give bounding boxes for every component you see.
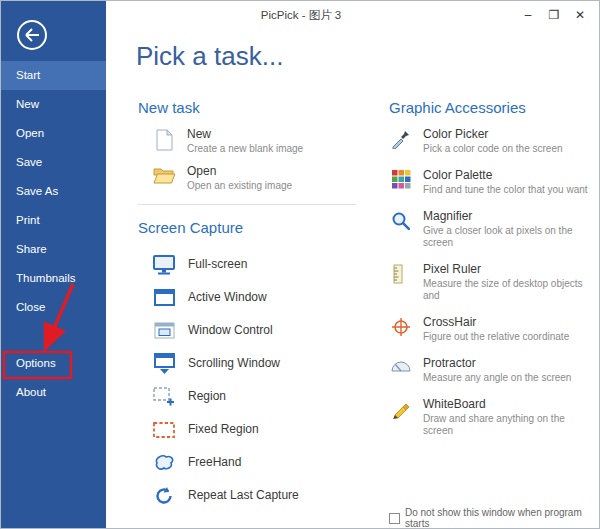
capture-fixed-region[interactable]: Fixed Region xyxy=(152,413,368,446)
monitor-icon xyxy=(152,255,176,275)
accessory-desc: Figure out the relative coordinate xyxy=(423,331,569,343)
sidebar-item-save-as[interactable]: Save As xyxy=(1,177,106,206)
maximize-button[interactable]: ❐ xyxy=(541,5,567,25)
capture-active-window[interactable]: Active Window xyxy=(152,281,368,314)
startup-checkbox-label: Do not show this window when program sta… xyxy=(405,507,599,529)
protractor-icon xyxy=(389,357,413,384)
open-folder-icon xyxy=(152,165,176,184)
sidebar-item-options[interactable]: Options xyxy=(1,349,106,378)
picpick-window: Start New Open Save Save As Print Share … xyxy=(0,0,600,529)
section-divider xyxy=(138,204,356,205)
capture-window-control[interactable]: Window Control xyxy=(152,314,368,347)
startup-checkbox-row[interactable]: Do not show this window when program sta… xyxy=(389,507,599,529)
sidebar-item-thumbnails[interactable]: Thumbnails xyxy=(1,264,106,293)
window-controls: – ❐ ✕ xyxy=(515,5,593,25)
sidebar-menu: Start New Open Save Save As Print Share … xyxy=(1,61,106,407)
accessory-crosshair[interactable]: CrossHair Figure out the relative coordi… xyxy=(389,316,597,343)
eyedropper-icon xyxy=(389,128,413,155)
capture-freehand[interactable]: FreeHand xyxy=(152,446,368,479)
back-button[interactable] xyxy=(15,18,49,52)
capture-label: Active Window xyxy=(188,291,267,304)
window-title: PicPick - 图片 3 xyxy=(261,8,342,23)
lasso-icon xyxy=(152,454,176,472)
accessory-color-picker[interactable]: Color Picker Pick a color code on the sc… xyxy=(389,128,597,155)
task-open[interactable]: Open Open an existing image xyxy=(152,165,368,192)
repeat-arrow-icon xyxy=(152,486,176,506)
accessory-title: WhiteBoard xyxy=(423,398,597,411)
window-control-icon xyxy=(152,322,176,339)
accessory-color-palette[interactable]: Color Palette Find and tune the color th… xyxy=(389,169,597,196)
capture-label: Full-screen xyxy=(188,258,247,271)
accessory-title: Color Palette xyxy=(423,169,588,182)
page-title: Pick a task... xyxy=(136,41,283,72)
minimize-button[interactable]: – xyxy=(515,5,541,25)
sidebar-item-open[interactable]: Open xyxy=(1,119,106,148)
marker-pen-icon xyxy=(389,398,413,437)
window-icon xyxy=(152,289,176,306)
sidebar-item-about[interactable]: About xyxy=(1,378,106,407)
left-column: New task New Create a new blank image xyxy=(138,99,368,512)
checkbox-icon[interactable] xyxy=(389,513,400,524)
scrolling-window-icon xyxy=(152,353,176,374)
capture-label: Region xyxy=(188,390,226,403)
accessory-desc: Measure the size of desktop objects and xyxy=(423,278,597,302)
accessory-pixel-ruler[interactable]: Pixel Ruler Measure the size of desktop … xyxy=(389,263,597,302)
section-title-screen-capture: Screen Capture xyxy=(138,219,368,236)
accessory-desc: Measure any angle on the screen xyxy=(423,372,571,384)
capture-label: Fixed Region xyxy=(188,423,259,436)
section-title-graphic-accessories: Graphic Accessories xyxy=(389,99,597,116)
sidebar-item-start[interactable]: Start xyxy=(1,61,106,90)
task-desc: Open an existing image xyxy=(187,180,292,192)
accessory-desc: Pick a color code on the screen xyxy=(423,143,563,155)
accessory-desc: Draw and share anything on the screen xyxy=(423,413,597,437)
capture-region[interactable]: Region xyxy=(152,380,368,413)
sidebar-item-close[interactable]: Close xyxy=(1,293,106,322)
task-new[interactable]: New Create a new blank image xyxy=(152,128,368,155)
sidebar-item-share[interactable]: Share xyxy=(1,235,106,264)
sidebar-spacer xyxy=(1,322,106,349)
accessory-title: Pixel Ruler xyxy=(423,263,597,276)
sidebar: Start New Open Save Save As Print Share … xyxy=(1,1,106,529)
sidebar-item-print[interactable]: Print xyxy=(1,206,106,235)
region-dashed-icon xyxy=(152,387,176,406)
crosshair-icon xyxy=(389,316,413,343)
task-title: New xyxy=(187,128,303,141)
accessory-title: Magnifier xyxy=(423,210,597,223)
accessory-magnifier[interactable]: Magnifier Give a closer look at pixels o… xyxy=(389,210,597,249)
right-column: Graphic Accessories Color Picker Pick a … xyxy=(389,99,597,451)
capture-label: Repeat Last Capture xyxy=(188,489,299,502)
back-arrow-icon xyxy=(15,38,49,55)
magnifier-icon xyxy=(389,210,413,249)
accessory-whiteboard[interactable]: WhiteBoard Draw and share anything on th… xyxy=(389,398,597,437)
capture-label: FreeHand xyxy=(188,456,241,469)
task-desc: Create a new blank image xyxy=(187,143,303,155)
close-button[interactable]: ✕ xyxy=(567,5,593,25)
accessory-title: Color Picker xyxy=(423,128,563,141)
capture-label: Scrolling Window xyxy=(188,357,280,370)
fixed-region-dashed-icon xyxy=(152,422,176,438)
accessory-desc: Give a closer look at pixels on the scre… xyxy=(423,225,597,249)
palette-grid-icon xyxy=(389,169,413,196)
capture-scrolling-window[interactable]: Scrolling Window xyxy=(152,347,368,380)
sidebar-item-save[interactable]: Save xyxy=(1,148,106,177)
accessory-protractor[interactable]: Protractor Measure any angle on the scre… xyxy=(389,357,597,384)
section-title-new-task: New task xyxy=(138,99,368,116)
sidebar-item-new[interactable]: New xyxy=(1,90,106,119)
capture-repeat-last[interactable]: Repeat Last Capture xyxy=(152,479,368,512)
blank-document-icon xyxy=(152,128,176,151)
accessory-title: CrossHair xyxy=(423,316,569,329)
accessory-desc: Find and tune the color that you want xyxy=(423,184,588,196)
ruler-icon xyxy=(389,263,413,302)
task-title: Open xyxy=(187,165,292,178)
accessory-title: Protractor xyxy=(423,357,571,370)
capture-label: Window Control xyxy=(188,324,273,337)
capture-full-screen[interactable]: Full-screen xyxy=(152,248,368,281)
